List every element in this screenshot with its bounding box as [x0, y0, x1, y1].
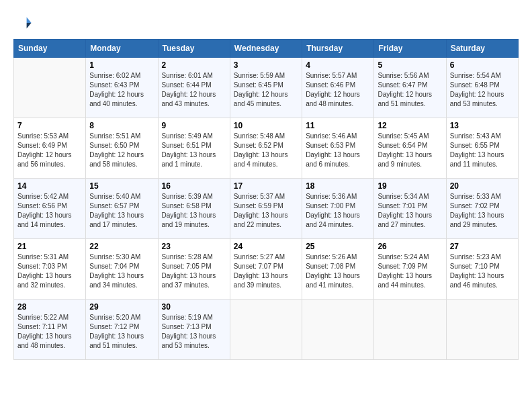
day-info: Sunrise: 5:26 AMSunset: 7:08 PMDaylight:…	[306, 253, 370, 290]
calendar-cell: 27Sunrise: 5:23 AMSunset: 7:10 PMDayligh…	[446, 239, 518, 300]
day-info: Sunrise: 5:23 AMSunset: 7:10 PMDaylight:…	[450, 253, 515, 290]
day-number: 30	[162, 302, 226, 312]
day-number: 25	[306, 242, 370, 251]
calendar-cell: 20Sunrise: 5:33 AMSunset: 7:02 PMDayligh…	[446, 179, 518, 239]
weekday-header: Monday	[86, 40, 158, 58]
day-number: 2	[162, 60, 226, 70]
calendar-cell: 13Sunrise: 5:43 AMSunset: 6:55 PMDayligh…	[446, 118, 518, 179]
day-info: Sunrise: 5:43 AMSunset: 6:55 PMDaylight:…	[450, 132, 515, 169]
day-number: 8	[89, 121, 154, 130]
day-info: Sunrise: 5:54 AMSunset: 6:48 PMDaylight:…	[450, 71, 515, 109]
calendar-cell: 12Sunrise: 5:45 AMSunset: 6:54 PMDayligh…	[374, 118, 446, 179]
day-number: 1	[89, 60, 154, 70]
logo	[13, 13, 35, 32]
calendar-cell: 30Sunrise: 5:19 AMSunset: 7:13 PMDayligh…	[158, 300, 230, 360]
day-number: 21	[17, 242, 82, 251]
day-number: 29	[89, 302, 154, 312]
calendar-cell: 23Sunrise: 5:28 AMSunset: 7:05 PMDayligh…	[158, 239, 230, 300]
calendar-table: SundayMondayTuesdayWednesdayThursdayFrid…	[13, 39, 519, 360]
day-info: Sunrise: 5:34 AMSunset: 7:01 PMDaylight:…	[378, 192, 442, 230]
calendar-cell	[230, 300, 302, 360]
day-info: Sunrise: 5:42 AMSunset: 6:56 PMDaylight:…	[17, 192, 82, 230]
day-number: 11	[306, 121, 370, 130]
day-info: Sunrise: 5:40 AMSunset: 6:57 PMDaylight:…	[89, 192, 154, 230]
calendar-cell: 17Sunrise: 5:37 AMSunset: 6:59 PMDayligh…	[230, 179, 302, 239]
day-info: Sunrise: 5:28 AMSunset: 7:05 PMDaylight:…	[162, 253, 226, 290]
day-number: 15	[89, 181, 154, 191]
day-number: 5	[378, 60, 442, 70]
calendar-cell: 29Sunrise: 5:20 AMSunset: 7:12 PMDayligh…	[86, 300, 158, 360]
day-number: 3	[234, 60, 298, 70]
day-info: Sunrise: 5:56 AMSunset: 6:47 PMDaylight:…	[378, 71, 442, 109]
weekday-header: Tuesday	[158, 40, 230, 58]
calendar-cell: 3Sunrise: 5:59 AMSunset: 6:45 PMDaylight…	[230, 58, 302, 118]
logo-icon	[13, 13, 32, 32]
weekday-header: Thursday	[302, 40, 374, 58]
calendar-cell: 28Sunrise: 5:22 AMSunset: 7:11 PMDayligh…	[14, 300, 86, 360]
calendar-week-row: 7Sunrise: 5:53 AMSunset: 6:49 PMDaylight…	[14, 118, 519, 179]
calendar-week-row: 1Sunrise: 6:02 AMSunset: 6:43 PMDaylight…	[14, 58, 519, 118]
day-number: 6	[450, 60, 515, 70]
day-number: 16	[162, 181, 226, 191]
day-number: 9	[162, 121, 226, 130]
calendar-cell: 1Sunrise: 6:02 AMSunset: 6:43 PMDaylight…	[86, 58, 158, 118]
calendar-cell: 14Sunrise: 5:42 AMSunset: 6:56 PMDayligh…	[14, 179, 86, 239]
day-info: Sunrise: 6:01 AMSunset: 6:44 PMDaylight:…	[162, 71, 226, 109]
day-info: Sunrise: 5:24 AMSunset: 7:09 PMDaylight:…	[378, 253, 442, 290]
day-info: Sunrise: 5:57 AMSunset: 6:46 PMDaylight:…	[306, 71, 370, 109]
calendar-week-row: 21Sunrise: 5:31 AMSunset: 7:03 PMDayligh…	[14, 239, 519, 300]
day-info: Sunrise: 5:46 AMSunset: 6:53 PMDaylight:…	[306, 132, 370, 169]
calendar-cell: 5Sunrise: 5:56 AMSunset: 6:47 PMDaylight…	[374, 58, 446, 118]
calendar-cell: 15Sunrise: 5:40 AMSunset: 6:57 PMDayligh…	[86, 179, 158, 239]
day-number: 14	[17, 181, 82, 191]
calendar-cell: 25Sunrise: 5:26 AMSunset: 7:08 PMDayligh…	[302, 239, 374, 300]
day-info: Sunrise: 5:27 AMSunset: 7:07 PMDaylight:…	[234, 253, 298, 290]
day-info: Sunrise: 5:48 AMSunset: 6:52 PMDaylight:…	[234, 132, 298, 169]
calendar-cell: 9Sunrise: 5:49 AMSunset: 6:51 PMDaylight…	[158, 118, 230, 179]
calendar-cell: 7Sunrise: 5:53 AMSunset: 6:49 PMDaylight…	[14, 118, 86, 179]
day-number: 4	[306, 60, 370, 70]
day-info: Sunrise: 6:02 AMSunset: 6:43 PMDaylight:…	[89, 71, 154, 109]
day-number: 7	[17, 121, 82, 130]
day-info: Sunrise: 5:59 AMSunset: 6:45 PMDaylight:…	[234, 71, 298, 109]
calendar-cell: 26Sunrise: 5:24 AMSunset: 7:09 PMDayligh…	[374, 239, 446, 300]
calendar-cell	[14, 58, 86, 118]
day-info: Sunrise: 5:51 AMSunset: 6:50 PMDaylight:…	[89, 132, 154, 169]
calendar-cell	[302, 300, 374, 360]
page-header	[13, 13, 519, 32]
day-number: 12	[378, 121, 442, 130]
day-info: Sunrise: 5:30 AMSunset: 7:04 PMDaylight:…	[89, 253, 154, 290]
calendar-cell: 16Sunrise: 5:39 AMSunset: 6:58 PMDayligh…	[158, 179, 230, 239]
day-number: 18	[306, 181, 370, 191]
calendar-cell	[446, 300, 518, 360]
calendar-header-row: SundayMondayTuesdayWednesdayThursdayFrid…	[14, 40, 519, 58]
day-number: 23	[162, 242, 226, 251]
day-number: 17	[234, 181, 298, 191]
day-number: 10	[234, 121, 298, 130]
day-info: Sunrise: 5:39 AMSunset: 6:58 PMDaylight:…	[162, 192, 226, 230]
day-info: Sunrise: 5:37 AMSunset: 6:59 PMDaylight:…	[234, 192, 298, 230]
calendar-cell: 22Sunrise: 5:30 AMSunset: 7:04 PMDayligh…	[86, 239, 158, 300]
day-info: Sunrise: 5:49 AMSunset: 6:51 PMDaylight:…	[162, 132, 226, 169]
day-number: 27	[450, 242, 515, 251]
day-number: 19	[378, 181, 442, 191]
calendar-cell: 6Sunrise: 5:54 AMSunset: 6:48 PMDaylight…	[446, 58, 518, 118]
calendar-cell: 2Sunrise: 6:01 AMSunset: 6:44 PMDaylight…	[158, 58, 230, 118]
weekday-header: Sunday	[14, 40, 86, 58]
day-number: 26	[378, 242, 442, 251]
calendar-cell	[374, 300, 446, 360]
calendar-cell: 21Sunrise: 5:31 AMSunset: 7:03 PMDayligh…	[14, 239, 86, 300]
calendar-cell: 24Sunrise: 5:27 AMSunset: 7:07 PMDayligh…	[230, 239, 302, 300]
day-info: Sunrise: 5:33 AMSunset: 7:02 PMDaylight:…	[450, 192, 515, 230]
calendar-week-row: 14Sunrise: 5:42 AMSunset: 6:56 PMDayligh…	[14, 179, 519, 239]
day-number: 22	[89, 242, 154, 251]
calendar-cell: 10Sunrise: 5:48 AMSunset: 6:52 PMDayligh…	[230, 118, 302, 179]
day-info: Sunrise: 5:20 AMSunset: 7:12 PMDaylight:…	[89, 313, 154, 351]
calendar-cell: 4Sunrise: 5:57 AMSunset: 6:46 PMDaylight…	[302, 58, 374, 118]
calendar-week-row: 28Sunrise: 5:22 AMSunset: 7:11 PMDayligh…	[14, 300, 519, 360]
day-info: Sunrise: 5:45 AMSunset: 6:54 PMDaylight:…	[378, 132, 442, 169]
day-number: 13	[450, 121, 515, 130]
day-number: 24	[234, 242, 298, 251]
day-number: 28	[17, 302, 82, 312]
calendar-cell: 19Sunrise: 5:34 AMSunset: 7:01 PMDayligh…	[374, 179, 446, 239]
